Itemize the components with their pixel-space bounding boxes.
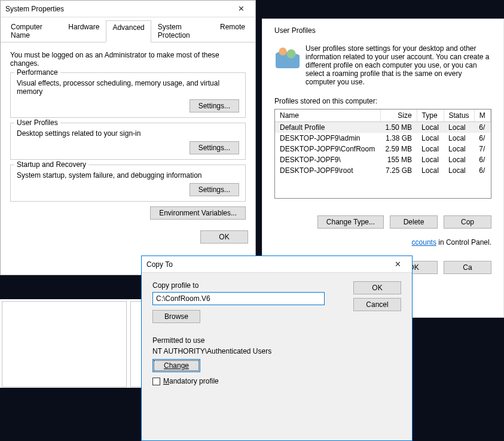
copyto-title: Copy To [146,260,389,269]
close-icon[interactable]: ✕ [232,2,251,16]
system-properties-window: System Properties ✕ Computer NameHardwar… [0,0,256,275]
userprofiles-group: User Profiles Desktop settings related t… [10,123,246,160]
checkbox-icon[interactable] [152,378,160,385]
profiles-action-row: Change Type... Delete Cop [262,199,503,235]
sysprop-ok-button[interactable]: OK [200,230,248,244]
permitted-to-use-label: Permitted to use [152,336,339,345]
control-panel-suffix: in Control Panel. [436,238,491,247]
copy-to-dialog: Copy To ✕ Copy profile to Browse Permitt… [141,256,413,441]
table-row[interactable]: DESKTOP-JOPF9\155 MBLocalLocal6/ [275,154,491,165]
table-row[interactable]: DESKTOP-JOPF9\root7.25 GBLocalLocal6/ [275,165,491,176]
startup-group: Startup and Recovery System startup, sys… [10,165,246,202]
userprofiles-title: User Profiles [262,19,503,37]
tab-remote[interactable]: Remote [213,20,252,42]
userprofiles-legend: User Profiles [14,118,60,127]
table-row[interactable]: DESKTOP-JOPF9\ConfRoom2.59 MBLocalLocal7… [275,144,491,154]
environment-variables-button[interactable]: Environment Variables... [150,206,246,220]
performance-desc: Visual effects, processor scheduling, me… [17,79,239,96]
profiles-table-wrap: NameSizeTypeStatusMDefault Profile1.50 M… [274,109,491,199]
sysprop-tabs: Computer NameHardwareAdvancedSystem Prot… [1,17,255,42]
thumb1 [2,301,127,387]
mandatory-profile-checkbox[interactable]: Mandatory profile [152,377,339,385]
delete-button[interactable]: Delete [390,215,438,229]
performance-settings-button[interactable]: Settings... [190,99,239,112]
copy-path-input[interactable] [152,292,325,305]
sysprop-footer: OK [1,226,255,248]
copyto-cancel-button[interactable]: Cancel [353,298,401,311]
browse-button[interactable]: Browse [152,310,200,323]
userprofiles-info: User profiles store settings for your de… [306,44,491,86]
profiles-stored-label: Profiles stored on this computer: [262,89,503,105]
userprofiles-cancel-button[interactable]: Ca [444,261,491,274]
userprofiles-desc: Desktop settings related to your sign-in [17,129,239,138]
copy-profile-to-label: Copy profile to [152,281,339,290]
copy-to-button[interactable]: Cop [444,215,491,229]
profiles-table[interactable]: NameSizeTypeStatusMDefault Profile1.50 M… [275,110,491,176]
change-type-button[interactable]: Change Type... [317,215,384,229]
close-icon[interactable]: ✕ [389,257,407,271]
tab-system-protection[interactable]: System Protection [151,20,213,42]
sysprop-title: System Properties [5,5,232,13]
sysprop-titlebar[interactable]: System Properties ✕ [1,1,255,17]
startup-settings-button[interactable]: Settings... [190,183,239,196]
performance-legend: Performance [14,68,60,77]
performance-group: Performance Visual effects, processor sc… [10,72,246,118]
table-row[interactable]: Default Profile1.50 MBLocalLocal6/ [275,122,491,133]
users-icon [276,44,300,68]
user-accounts-link[interactable]: ccounts [412,238,436,247]
startup-legend: Startup and Recovery [14,160,88,169]
change-button[interactable]: Change [152,359,200,372]
permitted-value: NT AUTHORITY\Authenticated Users [152,347,339,355]
copyto-titlebar[interactable]: Copy To ✕ [142,256,412,273]
copyto-ok-button[interactable]: OK [353,281,401,294]
userprofiles-settings-button[interactable]: Settings... [190,141,239,154]
copyto-body: Copy profile to Browse Permitted to use … [142,273,412,391]
tab-hardware[interactable]: Hardware [62,20,106,42]
control-panel-line: ccounts in Control Panel. [262,235,503,250]
startup-desc: System startup, system failure, and debu… [17,171,239,180]
sysprop-body: You must be logged on as an Administrato… [1,42,255,226]
admin-note: You must be logged on as an Administrato… [10,51,246,68]
tab-advanced[interactable]: Advanced [106,20,151,42]
mandatory-profile-label: Mandatory profile [163,377,219,385]
tab-computer-name[interactable]: Computer Name [4,20,62,42]
table-row[interactable]: DESKTOP-JOPF9\admin1.38 GBLocalLocal6/ [275,133,491,144]
